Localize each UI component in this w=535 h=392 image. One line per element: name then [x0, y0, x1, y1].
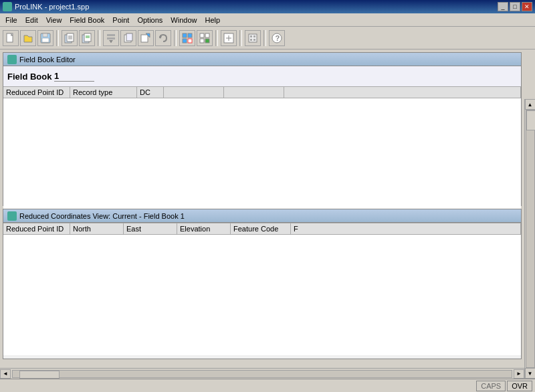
- svg-marker-16: [109, 40, 113, 43]
- toolbar-btn-6[interactable]: [103, 30, 119, 46]
- fieldbook-col-0[interactable]: Reduced Point ID: [3, 87, 70, 98]
- svg-rect-2: [43, 33, 47, 37]
- reduced-table-body: [3, 235, 521, 355]
- svg-rect-29: [205, 39, 209, 43]
- reduced-col-3[interactable]: Elevation: [177, 223, 231, 234]
- fieldbook-panel: Field Book Editor Field Book Reduced Poi…: [3, 52, 522, 206]
- reduced-col-0[interactable]: Reduced Point ID: [3, 223, 70, 234]
- sep6: [263, 30, 266, 46]
- reduced-col-5[interactable]: F: [291, 223, 521, 234]
- fieldbook-name-row: Field Book: [7, 69, 517, 84]
- hscrollbar-left-button[interactable]: ◄: [0, 369, 11, 379]
- title-controls: _ □ ✕: [498, 2, 532, 11]
- ovr-badge: OVR: [507, 381, 532, 391]
- svg-rect-35: [253, 35, 255, 37]
- svg-rect-25: [188, 39, 192, 43]
- svg-rect-19: [141, 35, 148, 42]
- sep3: [174, 30, 177, 46]
- fieldbook-table-body: [3, 98, 521, 222]
- scrollbar-down-button[interactable]: ▼: [525, 368, 536, 379]
- sep5: [239, 30, 242, 46]
- toolbar-btn-7[interactable]: [120, 30, 136, 46]
- toolbar-btn-12[interactable]: [221, 30, 237, 46]
- hscrollbar-right-button[interactable]: ►: [514, 369, 524, 379]
- panels-area: Field Book Editor Field Book Reduced Poi…: [0, 50, 524, 362]
- toolbar: ?: [0, 27, 535, 50]
- reduced-panel-title: Reduced Coordinates View: Current - Fiel…: [19, 212, 185, 220]
- fieldbook-title-bar: Field Book Editor: [3, 53, 521, 66]
- toolbar-btn-13[interactable]: [245, 30, 261, 46]
- hscrollbar-track[interactable]: [12, 370, 512, 378]
- fieldbook-panel-icon: [7, 55, 17, 64]
- open-button[interactable]: [20, 30, 36, 46]
- fieldbook-col-2[interactable]: DC: [137, 87, 164, 98]
- svg-text:?: ?: [276, 34, 280, 42]
- sep4: [215, 30, 218, 46]
- svg-rect-3: [42, 38, 49, 42]
- fieldbook-name-label: Field Book: [7, 72, 54, 82]
- reduced-panel-icon: [7, 211, 17, 221]
- svg-rect-28: [200, 39, 204, 43]
- menu-edit[interactable]: Edit: [21, 15, 42, 25]
- menu-point[interactable]: Point: [108, 15, 133, 25]
- main-area: Field Book Editor Field Book Reduced Poi…: [0, 50, 535, 392]
- fieldbook-col-4[interactable]: [224, 87, 284, 98]
- hscrollbar-thumb[interactable]: [19, 371, 60, 379]
- svg-rect-18: [126, 33, 132, 41]
- help-button[interactable]: ?: [269, 30, 285, 46]
- svg-rect-24: [183, 39, 187, 43]
- toolbar-btn-5[interactable]: [79, 30, 95, 46]
- reduced-table-header: Reduced Point ID North East Elevation Fe…: [3, 223, 521, 235]
- scrollbar-up-button[interactable]: ▲: [525, 99, 536, 110]
- svg-rect-34: [250, 35, 252, 37]
- maximize-button[interactable]: □: [510, 2, 520, 11]
- title-bar: ProLINK - project1.spp _ □ ✕: [0, 0, 535, 13]
- undo-button[interactable]: [155, 30, 171, 46]
- fieldbook-name-input[interactable]: [54, 71, 94, 82]
- menu-help[interactable]: Help: [201, 15, 224, 25]
- svg-rect-14: [107, 37, 115, 39]
- close-button[interactable]: ✕: [522, 2, 532, 11]
- save-button[interactable]: [37, 30, 54, 46]
- bottom-scrollbar: ◄ ►: [0, 368, 524, 379]
- sep2: [98, 30, 100, 46]
- minimize-button[interactable]: _: [498, 2, 508, 11]
- svg-rect-23: [188, 33, 192, 37]
- menu-window[interactable]: Window: [167, 15, 201, 25]
- svg-rect-33: [249, 34, 257, 42]
- svg-rect-27: [205, 33, 209, 37]
- fieldbook-col-3[interactable]: [164, 87, 224, 98]
- right-scrollbar: ▲ ▼: [524, 99, 535, 379]
- menu-view[interactable]: View: [42, 15, 66, 25]
- caps-badge: CAPS: [476, 381, 506, 391]
- reduced-title-bar: Reduced Coordinates View: Current - Fiel…: [3, 209, 521, 223]
- svg-rect-13: [107, 34, 115, 36]
- fieldbook-col-1[interactable]: Record type: [70, 87, 137, 98]
- window-title: ProLINK - project1.spp: [15, 3, 89, 11]
- reduced-panel: Reduced Coordinates View: Current - Fiel…: [3, 209, 522, 359]
- fieldbook-panel-content: Field Book: [3, 66, 521, 86]
- toolbar-btn-10[interactable]: [179, 30, 195, 46]
- menu-fieldbook[interactable]: Field Book: [66, 15, 108, 25]
- reduced-col-1[interactable]: North: [70, 223, 124, 234]
- menu-options[interactable]: Options: [133, 15, 167, 25]
- menu-bar: File Edit View Field Book Point Options …: [0, 13, 535, 27]
- title-bar-left: ProLINK - project1.spp: [3, 2, 89, 11]
- status-bar: CAPS OVR: [0, 379, 535, 392]
- toolbar-btn-8[interactable]: [138, 30, 154, 46]
- new-button[interactable]: [3, 30, 19, 46]
- menu-file[interactable]: File: [1, 15, 21, 25]
- reduced-col-4[interactable]: Feature Code: [231, 223, 291, 234]
- svg-rect-36: [250, 39, 252, 41]
- fieldbook-panel-title: Field Book Editor: [19, 56, 76, 64]
- toolbar-btn-4[interactable]: [62, 30, 78, 46]
- reduced-col-2[interactable]: East: [124, 223, 177, 234]
- sep1: [56, 30, 59, 46]
- scrollbar-thumb[interactable]: [526, 110, 536, 130]
- scrollbar-track[interactable]: [526, 110, 535, 368]
- svg-rect-26: [200, 33, 204, 37]
- svg-rect-37: [253, 39, 255, 41]
- fieldbook-col-5[interactable]: [284, 87, 521, 98]
- app-icon: [3, 2, 12, 11]
- toolbar-btn-11[interactable]: [197, 30, 213, 46]
